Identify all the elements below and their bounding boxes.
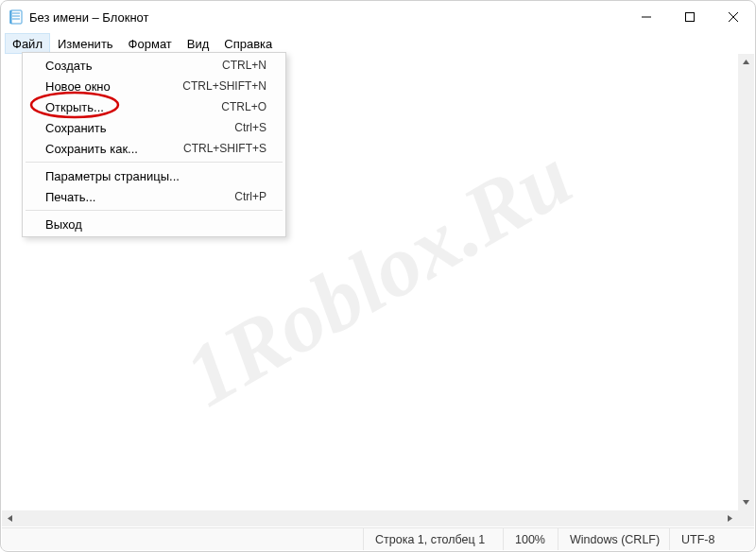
menu-file[interactable]: Файл [5,33,50,54]
status-encoding: UTF-8 [669,528,754,550]
close-button[interactable] [712,1,755,33]
scroll-down-arrow-icon[interactable] [738,494,754,510]
menu-item-exit[interactable]: Выход [25,214,284,234]
menu-item-label: Открыть... [45,100,104,114]
file-menu-dropdown: Создать CTRL+N Новое окно CTRL+SHIFT+N О… [22,52,286,237]
menu-item-save[interactable]: Сохранить Ctrl+S [25,117,284,138]
scroll-up-arrow-icon[interactable] [738,54,754,70]
menu-item-open[interactable]: Открыть... CTRL+O [25,96,284,117]
svg-rect-6 [686,13,695,22]
status-line-ending: Windows (CRLF) [558,528,669,550]
menu-item-label: Выход [45,217,82,232]
window-controls [625,1,755,33]
menu-item-print[interactable]: Печать... Ctrl+P [25,186,284,207]
maximize-button[interactable] [668,1,712,33]
scroll-right-arrow-icon[interactable] [722,510,738,526]
status-zoom: 100% [503,528,558,550]
menu-item-shortcut: CTRL+O [221,100,266,113]
status-position: Строка 1, столбец 1 [363,528,503,550]
menu-item-label: Сохранить как... [45,142,138,156]
minimize-button[interactable] [625,1,668,33]
scroll-left-arrow-icon[interactable] [2,510,18,526]
menu-edit-label: Изменить [58,37,113,51]
menu-format[interactable]: Формат [121,33,180,54]
menu-item-new[interactable]: Создать CTRL+N [25,55,284,76]
window-title: Без имени – Блокнот [29,10,625,25]
menu-separator [26,210,283,211]
statusbar: Строка 1, столбец 1 100% Windows (CRLF) … [2,527,754,550]
status-spacer [2,528,363,550]
svg-rect-4 [10,10,12,24]
vertical-scrollbar[interactable] [738,54,754,510]
menu-view[interactable]: Вид [180,33,217,54]
svg-rect-0 [10,10,22,24]
menu-file-label: Файл [12,37,43,51]
menu-item-label: Новое окно [45,79,111,94]
horizontal-scrollbar[interactable] [2,510,738,526]
menu-item-label: Создать [45,59,92,73]
menu-help-label: Справка [224,37,272,51]
titlebar: Без имени – Блокнот [1,1,755,33]
menu-item-shortcut: Ctrl+S [234,121,266,134]
menu-item-shortcut: CTRL+SHIFT+N [182,79,266,93]
menu-edit[interactable]: Изменить [50,33,121,54]
menu-item-label: Параметры страницы... [45,169,180,183]
menu-item-label: Печать... [45,190,95,204]
menu-item-label: Сохранить [45,121,107,135]
menubar: Файл Изменить Формат Вид Справка [1,33,755,54]
menu-view-label: Вид [187,37,210,51]
menu-item-shortcut: CTRL+SHIFT+S [183,142,266,155]
menu-item-shortcut: CTRL+N [222,59,266,72]
menu-format-label: Формат [129,37,172,51]
menu-separator [26,162,283,163]
scroll-corner [738,510,754,526]
notepad-window: Без имени – Блокнот Файл Изменить Формат… [0,0,756,552]
notepad-icon [9,9,24,25]
menu-item-shortcut: Ctrl+P [234,190,266,203]
menu-item-page-setup[interactable]: Параметры страницы... [25,165,284,186]
menu-help[interactable]: Справка [216,33,280,54]
menu-item-new-window[interactable]: Новое окно CTRL+SHIFT+N [25,76,284,96]
menu-item-save-as[interactable]: Сохранить как... CTRL+SHIFT+S [25,138,284,159]
